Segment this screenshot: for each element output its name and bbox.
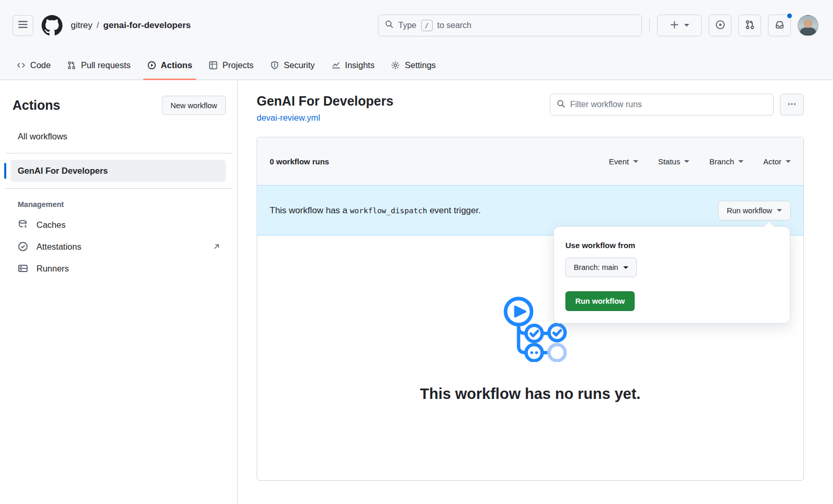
selected-indicator [4,163,6,179]
git-pull-request-icon [745,20,755,31]
banner-code: workflow_dispatch [350,206,427,215]
workflow-file-link[interactable]: devai-review.yml [257,113,320,123]
header-actions [657,15,791,36]
sidebar-divider [5,153,232,153]
sidebar-title: Actions [12,98,60,113]
tab-label: Code [30,60,51,70]
chevron-down-icon [633,160,638,163]
sidebar-item-label: Caches [36,220,66,230]
filter-workflow-runs-field [550,94,774,115]
tab-security[interactable]: Security [262,50,323,80]
tab-label: Settings [405,60,436,70]
chevron-down-icon [786,160,791,163]
git-pull-request-icon [67,61,76,70]
chevron-down-icon [684,160,689,163]
banner-text: This workflow has a workflow_dispatch ev… [270,205,481,216]
search-placeholder-prefix: Type [398,21,416,30]
sidebar-item-label: Runners [36,264,69,274]
issues-button[interactable] [709,15,731,36]
workflow-options-button[interactable] [780,94,804,115]
new-workflow-button[interactable]: New workflow [162,96,226,115]
run-workflow-dropdown-button[interactable]: Run workflow [718,201,791,221]
github-logo-icon[interactable] [42,15,62,36]
inbox-icon [775,20,785,31]
run-workflow-popup: Use workflow from Branch: main Run workf… [553,226,790,324]
status-filter-dropdown[interactable]: Status [658,157,690,166]
sidebar-item-all-workflows[interactable]: All workflows [12,126,226,147]
filter-label: Event [609,157,629,166]
create-new-button[interactable] [657,15,702,36]
runs-card-header: 0 workflow runs Event Status Branch Acto… [257,137,803,185]
sidebar-item-caches[interactable]: Caches [12,214,226,236]
hamburger-icon [18,20,28,31]
workflow-runs-card: 0 workflow runs Event Status Branch Acto… [257,137,804,481]
shield-icon [270,61,279,70]
play-icon [147,61,156,70]
global-header: gitrey / genai-for-developers Type / to … [0,0,833,50]
run-workflow-label: Run workflow [727,206,772,215]
breadcrumb: gitrey / genai-for-developers [71,20,191,31]
page-content: Actions New workflow All workflows GenAI… [0,80,833,504]
table-icon [209,61,218,70]
sidebar-item-label: GenAI For Developers [18,166,108,175]
header-divider [649,18,650,33]
tab-code[interactable]: Code [8,50,59,80]
pull-requests-button[interactable] [738,15,761,36]
actor-filter-dropdown[interactable]: Actor [763,157,791,166]
tab-settings[interactable]: Settings [383,50,444,80]
breadcrumb-owner[interactable]: gitrey [71,20,93,31]
event-filter-dropdown[interactable]: Event [609,157,638,166]
search-icon [385,20,394,31]
chevron-down-icon [623,266,628,269]
tab-projects[interactable]: Projects [200,50,262,80]
search-placeholder-suffix: to search [437,21,472,30]
chevron-down-icon [777,209,782,212]
inbox-button[interactable] [768,15,791,36]
cache-icon [18,219,28,230]
global-search-input[interactable]: Type / to search [378,15,642,36]
run-workflow-submit-button[interactable]: Run workflow [565,291,635,311]
tab-label: Actions [161,60,193,70]
workflow-runs-count: 0 workflow runs [270,157,329,166]
code-icon [17,61,26,70]
tab-pull-requests[interactable]: Pull requests [59,50,138,80]
tab-label: Security [284,60,315,70]
workflow-main: GenAI For Developers devai-review.yml [238,80,833,504]
verified-icon [18,241,28,252]
slash-key-icon: / [421,20,433,31]
filter-label: Actor [763,157,781,166]
chevron-down-icon [738,160,743,163]
sidebar-item-runners[interactable]: Runners [12,257,226,279]
kebab-icon [787,99,797,110]
tab-label: Projects [222,60,254,70]
hamburger-menu-button[interactable] [12,15,33,36]
breadcrumb-separator: / [97,20,99,31]
empty-state-heading: This workflow has no runs yet. [257,385,803,403]
branch-filter-dropdown[interactable]: Branch [709,157,743,166]
user-avatar[interactable] [798,15,818,36]
search-icon [557,99,565,110]
server-icon [18,263,28,274]
plus-icon [670,20,679,31]
banner-text-suffix: event trigger. [430,205,481,215]
tab-label: Insights [345,60,375,70]
tab-label: Pull requests [81,60,130,70]
repo-nav-tabs: Code Pull requests Actions Projects Secu… [0,50,833,80]
breadcrumb-repo[interactable]: genai-for-developers [103,20,191,31]
filter-label: Branch [709,157,734,166]
branch-select-label: Branch: main [574,263,618,272]
notification-dot [786,12,793,19]
chevron-down-icon [684,24,689,27]
sidebar-item-attestations[interactable]: Attestations [12,236,226,257]
actions-sidebar: Actions New workflow All workflows GenAI… [0,80,238,504]
sidebar-item-genai-for-developers[interactable]: GenAI For Developers [10,160,226,182]
management-heading: Management [12,200,226,209]
tab-actions[interactable]: Actions [139,50,201,80]
tab-insights[interactable]: Insights [323,50,383,80]
branch-select-button[interactable]: Branch: main [565,257,637,277]
banner-text-prefix: This workflow has a [270,205,347,215]
filter-label: Status [658,157,680,166]
runs-filter-menus: Event Status Branch Actor [609,157,791,166]
filter-workflow-runs-input[interactable] [570,100,767,109]
issue-opened-icon [715,20,725,31]
